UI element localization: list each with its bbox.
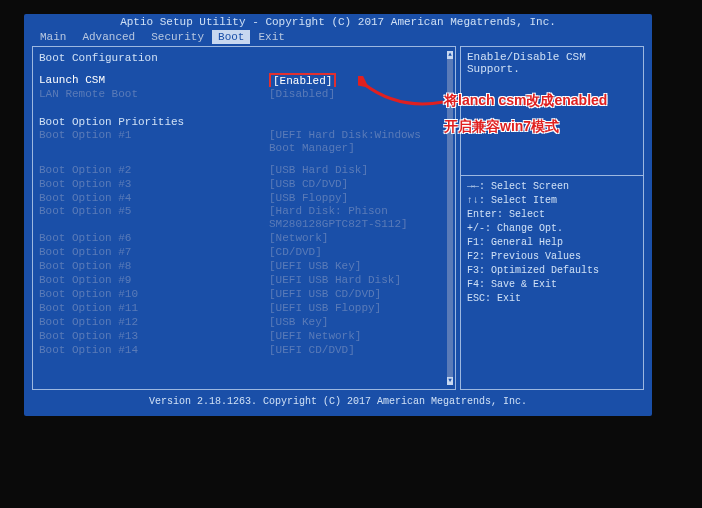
key-enter: Enter: Select xyxy=(467,208,637,222)
boot-option-10-value: [UEFI USB CD/DVD] xyxy=(269,287,449,301)
menu-advanced[interactable]: Advanced xyxy=(74,30,143,44)
boot-option-9-value: [UEFI USB Hard Disk] xyxy=(269,273,449,287)
key-f1: F1: General Help xyxy=(467,236,637,250)
boot-option-7[interactable]: Boot Option #7 xyxy=(39,245,269,259)
boot-option-14[interactable]: Boot Option #14 xyxy=(39,343,269,357)
key-esc: ESC: Exit xyxy=(467,292,637,306)
boot-option-1[interactable]: Boot Option #1 xyxy=(39,129,269,155)
boot-option-12[interactable]: Boot Option #12 xyxy=(39,315,269,329)
key-f3: F3: Optimized Defaults xyxy=(467,264,637,278)
scroll-down-icon[interactable]: ▼ xyxy=(447,377,453,385)
boot-option-13[interactable]: Boot Option #13 xyxy=(39,329,269,343)
key-change-opt: +/-: Change Opt. xyxy=(467,222,637,236)
labels-column: Boot Configuration Launch CSM LAN Remote… xyxy=(39,51,269,385)
section-boot-config: Boot Configuration xyxy=(39,51,269,65)
section-boot-priorities: Boot Option Priorities xyxy=(39,115,269,129)
launch-csm-value[interactable]: [Enabled] xyxy=(269,73,336,87)
boot-option-6-value: [Network] xyxy=(269,231,449,245)
boot-option-5[interactable]: Boot Option #5 xyxy=(39,205,269,231)
boot-option-1-value: [UEFI Hard Disk:Windows Boot Manager] xyxy=(269,129,449,155)
boot-option-2-value: [USB Hard Disk] xyxy=(269,163,449,177)
annotation-line-1: 将lanch csm改成enabled xyxy=(444,92,607,110)
boot-option-4-value: [USB Floppy] xyxy=(269,191,449,205)
boot-option-6[interactable]: Boot Option #6 xyxy=(39,231,269,245)
boot-option-11[interactable]: Boot Option #11 xyxy=(39,301,269,315)
key-select-item: ↑↓: Select Item xyxy=(467,194,637,208)
bios-screen: Aptio Setup Utility - Copyright (C) 2017… xyxy=(24,14,652,416)
menu-boot[interactable]: Boot xyxy=(212,30,250,44)
key-f2: F2: Previous Values xyxy=(467,250,637,264)
annotation-line-2: 开启兼容win7模式 xyxy=(444,118,559,136)
boot-option-11-value: [UEFI USB Floppy] xyxy=(269,301,449,315)
boot-option-7-value: [CD/DVD] xyxy=(269,245,449,259)
boot-option-4[interactable]: Boot Option #4 xyxy=(39,191,269,205)
boot-option-2[interactable]: Boot Option #2 xyxy=(39,163,269,177)
boot-option-8-value: [UEFI USB Key] xyxy=(269,259,449,273)
boot-option-3-value: [USB CD/DVD] xyxy=(269,177,449,191)
menu-main[interactable]: Main xyxy=(32,30,74,44)
menu-exit[interactable]: Exit xyxy=(250,30,292,44)
help-keys: →←: Select Screen ↑↓: Select Item Enter:… xyxy=(467,180,637,306)
lan-remote-value: [Disabled] xyxy=(269,87,449,101)
boot-option-9[interactable]: Boot Option #9 xyxy=(39,273,269,287)
scroll-up-icon[interactable]: ▲ xyxy=(447,51,453,59)
key-select-screen: →←: Select Screen xyxy=(467,180,637,194)
values-column: [Enabled] [Disabled] [UEFI Hard Disk:Win… xyxy=(269,51,449,385)
help-description: Enable/Disable CSM Support. xyxy=(467,51,637,171)
title-bar: Aptio Setup Utility - Copyright (C) 2017… xyxy=(24,14,652,30)
boot-option-10[interactable]: Boot Option #10 xyxy=(39,287,269,301)
boot-option-5-value: [Hard Disk: Phison SM280128GPTC82T-S112] xyxy=(269,205,449,231)
boot-option-12-value: [USB Key] xyxy=(269,315,449,329)
divider xyxy=(461,175,643,176)
boot-option-3[interactable]: Boot Option #3 xyxy=(39,177,269,191)
opt-lan-remote[interactable]: LAN Remote Boot xyxy=(39,87,269,101)
opt-launch-csm[interactable]: Launch CSM xyxy=(39,73,269,87)
boot-option-8[interactable]: Boot Option #8 xyxy=(39,259,269,273)
boot-option-13-value: [UEFI Network] xyxy=(269,329,449,343)
footer-version: Version 2.18.1263. Copyright (C) 2017 Am… xyxy=(24,392,652,407)
panel-left: Boot Configuration Launch CSM LAN Remote… xyxy=(32,46,456,390)
menu-bar[interactable]: Main Advanced Security Boot Exit xyxy=(24,30,652,44)
boot-option-14-value: [UEFI CD/DVD] xyxy=(269,343,449,357)
menu-security[interactable]: Security xyxy=(143,30,212,44)
key-f4: F4: Save & Exit xyxy=(467,278,637,292)
